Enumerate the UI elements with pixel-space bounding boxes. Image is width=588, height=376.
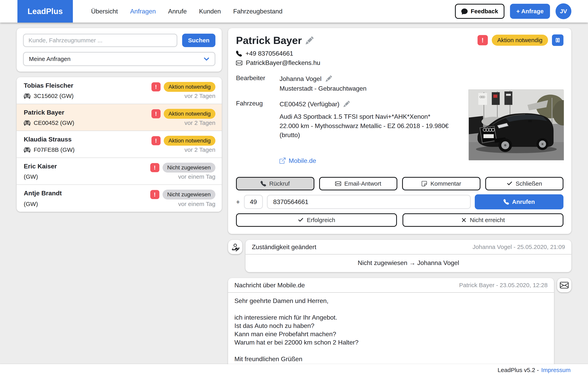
status-badge: Nicht zugewiesen bbox=[163, 189, 215, 199]
email-value: PatrickBayer@fleckens.hu bbox=[246, 59, 320, 66]
phone-prefix-plus: + bbox=[236, 198, 240, 206]
message-line bbox=[234, 305, 548, 313]
message-line: Kann man eine Probefahrt machen? bbox=[234, 330, 548, 338]
alert-icon: ! bbox=[151, 82, 161, 91]
alert-icon: ! bbox=[151, 136, 161, 145]
rueckruf-button[interactable]: Rückruf bbox=[236, 177, 315, 190]
fahrzeug-label: Fahrzeug bbox=[236, 100, 280, 165]
lead-vehicle: (GW) bbox=[24, 173, 38, 180]
lead-time: vor einem Tag bbox=[178, 201, 215, 207]
search-button[interactable]: Suchen bbox=[182, 34, 215, 47]
message-body: Sehr geehrte Damen und Herren, ich inter… bbox=[228, 293, 554, 376]
mobilede-link-label: Mobile.de bbox=[289, 156, 316, 165]
event-body: Nicht zugewiesen → Johanna Vogel bbox=[245, 254, 571, 272]
lead-name: Antje Brandt bbox=[24, 189, 62, 197]
list-item[interactable]: Antje Brandt (GW) ! Nicht zugewiesen vor… bbox=[17, 185, 222, 212]
lead-vehicle: 3C15602 (GW) bbox=[34, 93, 74, 99]
footer-version: LeadPlus v5.2 - bbox=[497, 367, 539, 373]
feedback-label: Feedback bbox=[471, 8, 498, 15]
message-line bbox=[234, 346, 548, 355]
check-icon bbox=[298, 217, 304, 223]
nicht-erreicht-button[interactable]: Nicht erreicht bbox=[402, 213, 563, 227]
edit-bearbeiter-pencil-icon[interactable] bbox=[326, 75, 332, 82]
fahrzeug-row: Fahrzeug CE00452 (Verfügbar) Audi A3 Spo… bbox=[236, 100, 462, 165]
bearbeiter-row: Bearbeiter Johanna Vogel Musterstadt - G… bbox=[236, 74, 462, 93]
kommentar-button[interactable]: Kommentar bbox=[402, 177, 481, 190]
user-edit-icon bbox=[231, 243, 240, 251]
lead-actions: Rückruf Email-Antwort Kommentar Sch bbox=[236, 177, 563, 227]
lead-name: Tobias Fleischer bbox=[24, 82, 74, 89]
external-link-icon bbox=[280, 158, 285, 164]
message-meta: Patrick Bayer - 23.05.2020, 12:28 bbox=[459, 282, 548, 289]
lead-name: Klaudia Strauss bbox=[24, 136, 75, 143]
edit-fahrzeug-pencil-icon[interactable] bbox=[344, 101, 350, 107]
lead-name: Patrick Bayer bbox=[24, 109, 74, 116]
event-title: Zuständigkeit geändert bbox=[252, 243, 316, 251]
note-icon bbox=[421, 181, 427, 187]
schliessen-button[interactable]: Schließen bbox=[485, 177, 564, 190]
anrufen-button[interactable]: Anrufen bbox=[475, 194, 563, 209]
alert-icon: ! bbox=[151, 109, 161, 118]
nav-link-anrufe[interactable]: Anrufe bbox=[168, 8, 187, 15]
lead-vehicle: (GW) bbox=[24, 201, 38, 207]
status-badge: Aktion notwendig bbox=[164, 109, 215, 119]
check-icon bbox=[507, 181, 513, 187]
status-badge: Aktion notwendig bbox=[492, 35, 548, 46]
search-input[interactable] bbox=[23, 34, 177, 47]
bearbeiter-org: Musterstadt - Gebrauchtwagen bbox=[280, 84, 367, 93]
edit-name-pencil-icon[interactable] bbox=[306, 36, 314, 44]
alert-icon: ! bbox=[478, 35, 488, 45]
app-window: LeadPlus Übersicht Anfragen Anrufe Kunde… bbox=[0, 0, 588, 376]
status-badge: Aktion notwendig bbox=[164, 82, 215, 92]
user-avatar[interactable]: JV bbox=[556, 3, 571, 19]
new-request-button[interactable]: + Anfrage bbox=[510, 4, 550, 19]
nav-right: Feedback + Anfrage JV bbox=[455, 0, 588, 22]
timeline-entry: Zuständigkeit geändert Johanna Vogel - 2… bbox=[228, 240, 571, 272]
envelope-icon bbox=[236, 60, 242, 66]
nav-link-fahrzeugbestand[interactable]: Fahrzeugbestand bbox=[233, 8, 283, 15]
email-line: PatrickBayer@fleckens.hu bbox=[236, 59, 563, 66]
envelope-icon bbox=[335, 181, 341, 187]
car-icon bbox=[24, 93, 31, 99]
erfolgreich-button[interactable]: Erfolgreich bbox=[236, 213, 397, 227]
chevron-down-icon bbox=[203, 56, 210, 62]
leads-list: Tobias Fleischer 3C15602 (GW) ! Aktion n… bbox=[17, 77, 222, 212]
lead-time: vor 2 Tagen bbox=[185, 120, 215, 126]
pause-button[interactable] bbox=[552, 34, 563, 46]
nav-link-uebersicht[interactable]: Übersicht bbox=[91, 8, 118, 15]
nav-link-anfragen[interactable]: Anfragen bbox=[130, 8, 156, 15]
lead-time: vor 2 Tagen bbox=[185, 93, 215, 99]
list-item[interactable]: Klaudia Strauss F07FE8B (GW) ! Aktion no… bbox=[17, 131, 222, 158]
impressum-link[interactable]: Impressum bbox=[541, 367, 571, 373]
brand-logo[interactable]: LeadPlus bbox=[17, 0, 73, 22]
mobilede-link[interactable]: Mobile.de bbox=[280, 156, 462, 165]
car-icon bbox=[24, 120, 31, 126]
lead-time: vor 2 Tagen bbox=[185, 146, 215, 153]
content: Suchen Meine Anfragen Tobias Fleischer bbox=[0, 22, 588, 376]
alert-icon: ! bbox=[150, 190, 159, 199]
envelope-icon bbox=[560, 281, 569, 290]
event-meta: Johanna Vogel - 25.05.2020, 21:09 bbox=[472, 244, 565, 250]
status-badge: Nicht zugewiesen bbox=[163, 163, 215, 173]
filter-select[interactable]: Meine Anfragen bbox=[23, 52, 215, 66]
bearbeiter-value: Johanna Vogel bbox=[280, 75, 322, 82]
bearbeiter-label: Bearbeiter bbox=[236, 74, 280, 93]
x-icon bbox=[461, 217, 467, 223]
list-item[interactable]: Tobias Fleischer 3C15602 (GW) ! Aktion n… bbox=[17, 77, 222, 104]
message-title: Nachricht über Mobile.de bbox=[234, 282, 305, 289]
car-icon bbox=[24, 146, 31, 153]
page-title: Patrick Bayer bbox=[236, 34, 314, 46]
phone-number-input[interactable] bbox=[267, 195, 471, 209]
list-item-selected[interactable]: Patrick Bayer CE00452 (GW) ! Aktion notw… bbox=[17, 104, 222, 131]
email-antwort-button[interactable]: Email-Antwort bbox=[319, 177, 398, 190]
lead-name: Eric Kaiser bbox=[24, 163, 57, 170]
lead-vehicle: F07FE8B (GW) bbox=[34, 146, 75, 153]
nav-link-kunden[interactable]: Kunden bbox=[199, 8, 221, 15]
country-code-input[interactable] bbox=[244, 195, 263, 209]
navbar: LeadPlus Übersicht Anfragen Anrufe Kunde… bbox=[0, 0, 588, 22]
fahrzeug-id: CE00452 (Verfügbar) bbox=[280, 101, 339, 108]
list-item[interactable]: Eric Kaiser (GW) ! Nicht zugewiesen vor … bbox=[17, 158, 222, 185]
user-edit-icon-tile bbox=[228, 240, 242, 254]
sidebar: Suchen Meine Anfragen Tobias Fleischer bbox=[17, 28, 222, 376]
feedback-button[interactable]: Feedback bbox=[455, 4, 504, 19]
